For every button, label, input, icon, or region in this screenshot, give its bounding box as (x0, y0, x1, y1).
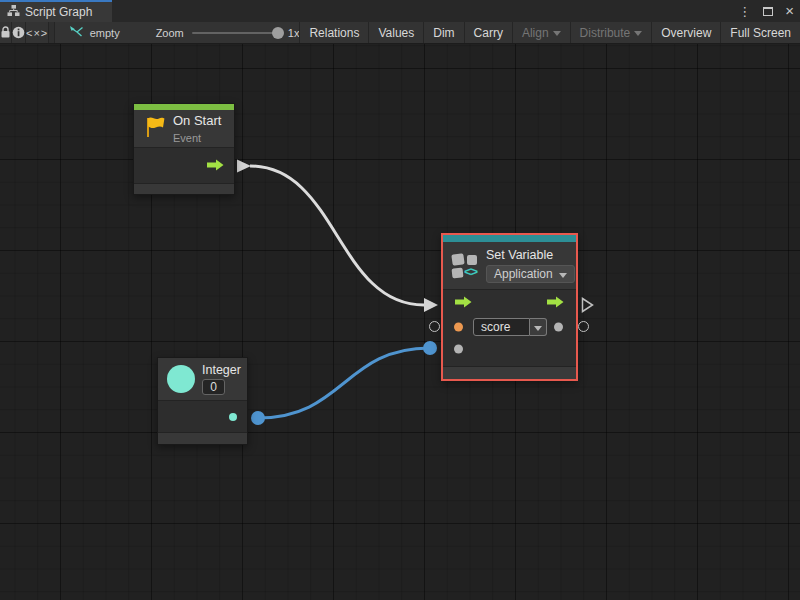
zoom-slider[interactable] (192, 32, 280, 34)
name-input-port[interactable] (454, 323, 463, 332)
maximize-icon[interactable] (763, 7, 773, 16)
graph-pointer-icon (69, 25, 84, 40)
flow-port-row (443, 290, 576, 316)
chevron-down-icon (553, 31, 561, 36)
tab-script-graph[interactable]: Script Graph (0, 0, 112, 22)
integer-type-icon (167, 365, 195, 393)
align-dropdown-button[interactable]: Align (512, 22, 570, 43)
distribute-dropdown-button[interactable]: Distribute (570, 22, 652, 43)
values-button[interactable]: Values (368, 22, 423, 43)
integer-output-port[interactable] (229, 413, 237, 421)
relations-button[interactable]: Relations (299, 22, 368, 43)
variable-name-dropdown-button[interactable] (530, 318, 547, 336)
graph-canvas[interactable]: On Start Event <> Set Variable Applicati… (0, 44, 800, 600)
chevron-down-icon (534, 326, 542, 331)
set-variable-header[interactable]: <> Set Variable Application (443, 242, 576, 290)
zoom-label: Zoom (156, 27, 184, 39)
set-variable-ports: score (443, 290, 576, 367)
value-output-port[interactable] (554, 323, 563, 332)
graph-hierarchy-icon (7, 4, 20, 20)
on-start-header[interactable]: On Start Event (134, 110, 234, 148)
flow-output-port[interactable] (547, 294, 564, 312)
integer-header[interactable]: Integer 0 (158, 358, 247, 401)
value-wire-end-dot[interactable] (423, 341, 437, 355)
set-variable-icon: <> (452, 253, 479, 279)
tab-bar: Script Graph ⋮ × (0, 0, 800, 22)
node-title: Integer (202, 363, 241, 377)
external-output-triangle-port[interactable] (581, 297, 594, 317)
node-subtitle: Event (173, 132, 221, 144)
integer-value-input[interactable]: 0 (202, 379, 225, 395)
on-start-ports (134, 148, 234, 184)
variable-name-input[interactable]: score (473, 318, 530, 336)
carry-button[interactable]: Carry (464, 22, 512, 43)
close-icon[interactable]: × (785, 6, 794, 16)
connections-layer (0, 44, 800, 600)
flow-input-port[interactable] (455, 294, 472, 312)
node-footer (158, 433, 247, 444)
graph-pointer-status: empty (55, 22, 130, 43)
window-menu-icon[interactable]: ⋮ (738, 4, 751, 19)
integer-ports (158, 401, 247, 433)
flow-output-arrow-port[interactable] (237, 160, 251, 173)
node-footer (443, 367, 576, 379)
node-integer[interactable]: Integer 0 (157, 357, 248, 445)
node-footer (134, 184, 234, 194)
overview-button[interactable]: Overview (651, 22, 720, 43)
pointer-target-label: empty (90, 27, 120, 39)
variables-blackboard-icon[interactable]: <×> (26, 22, 49, 43)
variable-name-field: score (473, 318, 547, 336)
name-port-row: score (443, 316, 576, 338)
flag-icon (143, 115, 166, 143)
node-on-start[interactable]: On Start Event (133, 103, 235, 195)
node-title: Set Variable (486, 248, 575, 262)
chevron-down-icon (559, 273, 567, 278)
value-wire-start-dot[interactable] (251, 411, 265, 425)
full-screen-button[interactable]: Full Screen (720, 22, 800, 43)
zoom-control: Zoom 1x (130, 22, 300, 43)
node-set-variable[interactable]: <> Set Variable Application (441, 233, 578, 381)
inspector-info-icon[interactable] (12, 22, 26, 43)
external-output-circle-port[interactable] (578, 321, 589, 332)
window-controls: ⋮ × (738, 0, 794, 22)
node-title: On Start (173, 113, 221, 128)
tab-title: Script Graph (25, 5, 92, 19)
chevron-down-icon (634, 31, 642, 36)
value-connection-integer-to-setvariable[interactable] (258, 348, 430, 418)
dim-button[interactable]: Dim (423, 22, 463, 43)
flow-output-port[interactable] (207, 157, 224, 175)
variable-stripe (443, 235, 576, 242)
zoom-slider-handle[interactable] (272, 27, 284, 39)
toolbar-buttons: Relations Values Dim Carry Align Distrib… (299, 22, 800, 43)
graph-toolbar: <×> empty Zoom 1x Relations Values Dim C… (0, 22, 800, 44)
flow-input-arrow-head[interactable] (424, 298, 438, 312)
zoom-value: 1x (288, 27, 300, 39)
lock-icon[interactable] (0, 22, 12, 43)
value-input-port[interactable] (454, 345, 463, 354)
external-input-circle-port[interactable] (429, 321, 440, 332)
variable-scope-dropdown[interactable]: Application (486, 265, 575, 283)
value-port-row (443, 338, 576, 360)
flow-connection-onstart-to-setvariable[interactable] (250, 166, 424, 305)
